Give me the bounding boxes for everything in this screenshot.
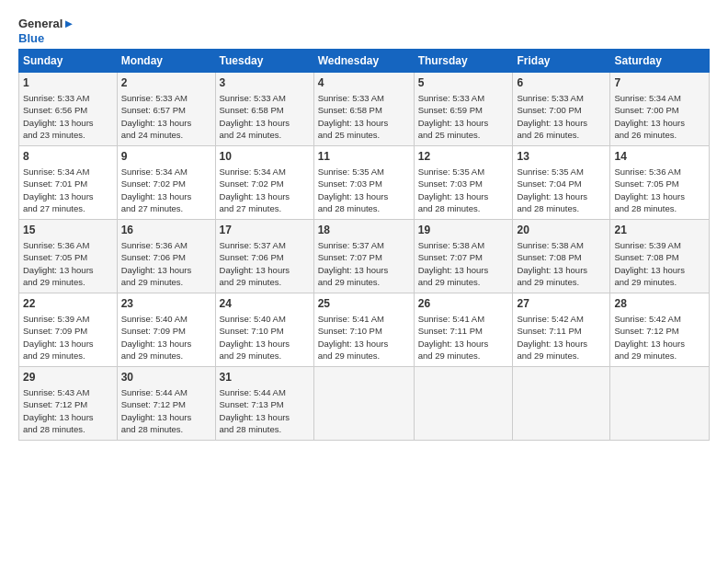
calendar-cell: 16Sunrise: 5:36 AMSunset: 7:06 PMDayligh… — [117, 220, 215, 293]
page-container: General► Blue SundayMondayTuesdayWednesd… — [0, 0, 728, 450]
day-info-line: Sunset: 7:07 PM — [418, 251, 509, 263]
calendar-cell: 12Sunrise: 5:35 AMSunset: 7:03 PMDayligh… — [414, 146, 513, 220]
day-info-line: Daylight: 13 hours — [517, 338, 606, 350]
day-info-line: Daylight: 13 hours — [418, 190, 509, 202]
day-number: 22 — [23, 296, 113, 312]
day-info-line: Sunset: 7:11 PM — [418, 325, 509, 337]
day-number: 1 — [23, 75, 113, 91]
day-info-line: Sunrise: 5:37 AM — [220, 239, 310, 251]
day-info-line: Daylight: 13 hours — [418, 117, 509, 129]
day-number: 2 — [121, 75, 211, 91]
day-info-line: Sunset: 6:58 PM — [220, 104, 310, 116]
day-info-line: and 27 minutes. — [23, 202, 113, 214]
day-info-line: Sunrise: 5:41 AM — [318, 313, 410, 325]
calendar-cell: 22Sunrise: 5:39 AMSunset: 7:09 PMDayligh… — [19, 293, 118, 367]
calendar-cell: 30Sunrise: 5:44 AMSunset: 7:12 PMDayligh… — [117, 367, 215, 441]
calendar-cell: 17Sunrise: 5:37 AMSunset: 7:06 PMDayligh… — [215, 220, 313, 293]
day-number: 5 — [418, 75, 509, 91]
day-info-line: Daylight: 13 hours — [121, 338, 211, 350]
day-info-line: Sunset: 7:01 PM — [23, 178, 113, 190]
day-info-line: Sunrise: 5:34 AM — [220, 166, 310, 178]
day-info-line: Sunset: 7:08 PM — [517, 251, 606, 263]
day-info-line: Sunrise: 5:33 AM — [517, 92, 606, 104]
day-info-line: and 29 minutes. — [121, 350, 211, 362]
col-header-wednesday: Wednesday — [313, 50, 414, 73]
calendar-cell: 2Sunrise: 5:33 AMSunset: 6:57 PMDaylight… — [117, 73, 215, 146]
calendar-week-5: 29Sunrise: 5:43 AMSunset: 7:12 PMDayligh… — [19, 367, 710, 441]
day-info-line: Sunrise: 5:34 AM — [23, 166, 113, 178]
day-number: 16 — [121, 223, 211, 238]
day-info-line: Sunset: 7:02 PM — [220, 178, 310, 190]
day-info-line: and 29 minutes. — [318, 276, 410, 288]
calendar-cell: 25Sunrise: 5:41 AMSunset: 7:10 PMDayligh… — [313, 293, 414, 367]
day-info-line: Sunrise: 5:36 AM — [121, 239, 211, 251]
day-info-line: Daylight: 13 hours — [517, 117, 606, 129]
col-header-saturday: Saturday — [610, 50, 710, 73]
day-info-line: Daylight: 13 hours — [23, 338, 113, 350]
day-info-line: Sunrise: 5:40 AM — [220, 313, 310, 325]
day-info-line: and 29 minutes. — [517, 276, 606, 288]
day-info-line: Daylight: 13 hours — [614, 338, 705, 350]
day-info-line: and 29 minutes. — [614, 276, 705, 288]
day-info-line: Daylight: 13 hours — [318, 190, 410, 202]
day-info-line: and 29 minutes. — [418, 276, 509, 288]
day-info-line: Sunset: 7:09 PM — [23, 325, 113, 337]
day-info-line: Sunset: 7:02 PM — [121, 178, 211, 190]
day-number: 7 — [614, 75, 705, 91]
day-info-line: Sunrise: 5:42 AM — [614, 313, 705, 325]
calendar-cell — [414, 367, 513, 441]
day-number: 10 — [220, 149, 310, 165]
day-info-line: Daylight: 13 hours — [318, 264, 410, 276]
day-info-line: Daylight: 13 hours — [220, 190, 310, 202]
calendar-cell: 21Sunrise: 5:39 AMSunset: 7:08 PMDayligh… — [610, 220, 710, 293]
calendar-week-4: 22Sunrise: 5:39 AMSunset: 7:09 PMDayligh… — [19, 293, 710, 367]
day-info-line: and 29 minutes. — [418, 350, 509, 362]
day-info-line: and 28 minutes. — [121, 423, 211, 435]
day-info-line: and 29 minutes. — [517, 350, 606, 362]
calendar-cell: 9Sunrise: 5:34 AMSunset: 7:02 PMDaylight… — [117, 146, 215, 220]
day-info-line: Daylight: 13 hours — [23, 117, 113, 129]
day-info-line: and 24 minutes. — [220, 129, 310, 141]
day-number: 26 — [418, 296, 509, 312]
day-info-line: Sunrise: 5:44 AM — [121, 386, 211, 398]
day-number: 20 — [517, 223, 606, 238]
day-info-line: Sunrise: 5:36 AM — [23, 239, 113, 251]
day-number: 24 — [220, 296, 310, 312]
day-info-line: Daylight: 13 hours — [23, 264, 113, 276]
calendar-cell: 6Sunrise: 5:33 AMSunset: 7:00 PMDaylight… — [513, 73, 610, 146]
calendar-cell: 14Sunrise: 5:36 AMSunset: 7:05 PMDayligh… — [610, 146, 710, 220]
day-info-line: Daylight: 13 hours — [318, 117, 410, 129]
calendar-cell: 24Sunrise: 5:40 AMSunset: 7:10 PMDayligh… — [215, 293, 313, 367]
day-number: 18 — [318, 223, 410, 238]
calendar-cell: 7Sunrise: 5:34 AMSunset: 7:00 PMDaylight… — [610, 73, 710, 146]
day-info-line: and 29 minutes. — [318, 350, 410, 362]
day-info-line: and 29 minutes. — [220, 350, 310, 362]
calendar-cell — [610, 367, 710, 441]
calendar-cell: 10Sunrise: 5:34 AMSunset: 7:02 PMDayligh… — [215, 146, 313, 220]
day-info-line: Sunset: 6:59 PM — [418, 104, 509, 116]
day-info-line: Sunrise: 5:33 AM — [418, 92, 509, 104]
day-info-line: Sunset: 7:03 PM — [418, 178, 509, 190]
day-info-line: Sunrise: 5:36 AM — [614, 166, 705, 178]
day-info-line: Sunset: 6:57 PM — [121, 104, 211, 116]
col-header-sunday: Sunday — [19, 50, 118, 73]
day-info-line: Sunset: 7:10 PM — [318, 325, 410, 337]
calendar-cell: 29Sunrise: 5:43 AMSunset: 7:12 PMDayligh… — [19, 367, 118, 441]
day-info-line: Sunset: 7:04 PM — [517, 178, 606, 190]
day-info-line: Sunrise: 5:33 AM — [220, 92, 310, 104]
day-info-line: Sunset: 6:56 PM — [23, 104, 113, 116]
day-info-line: and 29 minutes. — [23, 276, 113, 288]
day-number: 12 — [418, 149, 509, 165]
day-info-line: Daylight: 13 hours — [614, 117, 705, 129]
day-info-line: Sunrise: 5:40 AM — [121, 313, 211, 325]
day-number: 4 — [318, 75, 410, 91]
day-info-line: Sunset: 7:12 PM — [23, 398, 113, 410]
day-number: 17 — [220, 223, 310, 238]
calendar-cell: 27Sunrise: 5:42 AMSunset: 7:11 PMDayligh… — [513, 293, 610, 367]
col-header-tuesday: Tuesday — [215, 50, 313, 73]
day-info-line: Sunset: 6:58 PM — [318, 104, 410, 116]
day-info-line: Sunrise: 5:33 AM — [318, 92, 410, 104]
day-info-line: Sunset: 7:06 PM — [121, 251, 211, 263]
day-info-line: Sunrise: 5:38 AM — [517, 239, 606, 251]
day-info-line: and 26 minutes. — [517, 129, 606, 141]
